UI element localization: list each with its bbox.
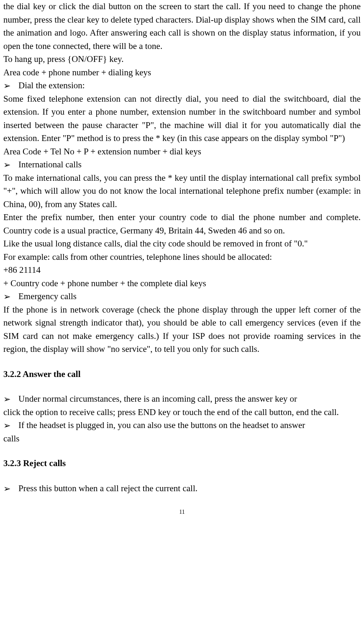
bullet-text: If the headset is plugged in, you can al… <box>18 419 361 432</box>
bullet-text: Dial the extension: <box>18 79 361 92</box>
paragraph-hangup: To hang up, press {ON/OFF} key. <box>3 53 361 66</box>
heading-reject-calls: 3.2.3 Reject calls <box>3 457 361 470</box>
paragraph-intl-3: Like the usual long distance calls, dial… <box>3 237 361 251</box>
paragraph-intl-4: For example: calls from other countries,… <box>3 251 361 264</box>
paragraph-extension-format: Area Code + Tel No + P + extension numbe… <box>3 145 361 159</box>
paragraph-areacode: Area code + phone number + dialing keys <box>3 66 361 79</box>
bullet-marker-icon: ➢ <box>3 290 11 303</box>
paragraph-intl-example: +86 21114 <box>3 264 361 277</box>
bullet-marker-icon: ➢ <box>3 158 11 172</box>
bullet-text: International calls <box>18 158 361 172</box>
bullet-text: Press this button when a call reject the… <box>18 482 361 495</box>
bullet-answer-normal-cont: click the option to receive calls; press… <box>3 406 361 419</box>
bullet-marker-icon: ➢ <box>3 79 11 92</box>
paragraph-extension-desc: Some fixed telephone extension can not d… <box>3 92 361 145</box>
bullet-answer-normal: ➢ Under normal circumstances, there is a… <box>3 392 361 406</box>
bullet-text: Emergency calls <box>18 290 361 303</box>
paragraph-intl-format: + Country code + phone number + the comp… <box>3 277 361 290</box>
bullet-reject: ➢ Press this button when a call reject t… <box>3 482 361 495</box>
bullet-marker-icon: ➢ <box>3 392 11 406</box>
paragraph-intl-1: To make international calls, you can pre… <box>3 172 361 211</box>
paragraph-intro: the dial key or click the dial button on… <box>3 0 361 53</box>
heading-answer-call: 3.2.2 Answer the call <box>3 368 361 381</box>
bullet-text: Under normal circumstances, there is an … <box>18 392 361 406</box>
bullet-international: ➢ International calls <box>3 158 361 172</box>
paragraph-emergency-desc: If the phone is in network coverage (che… <box>3 303 361 356</box>
bullet-answer-headset-cont: calls <box>3 432 361 446</box>
bullet-marker-icon: ➢ <box>3 482 11 495</box>
bullet-dial-extension: ➢ Dial the extension: <box>3 79 361 92</box>
bullet-emergency: ➢ Emergency calls <box>3 290 361 303</box>
bullet-answer-headset: ➢ If the headset is plugged in, you can … <box>3 419 361 432</box>
paragraph-intl-2: Enter the prefix number, then enter your… <box>3 211 361 237</box>
page-number: 11 <box>3 508 361 516</box>
bullet-marker-icon: ➢ <box>3 419 11 432</box>
